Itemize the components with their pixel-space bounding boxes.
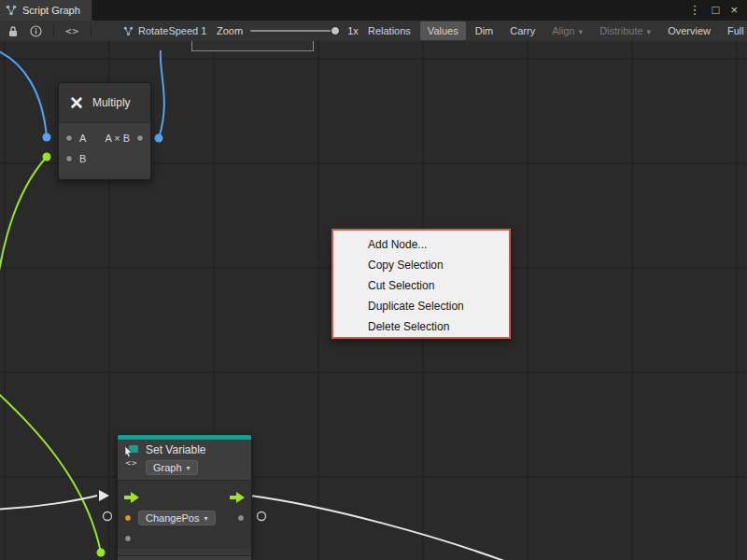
extra-port-row [118, 528, 251, 549]
toolbar-buttons: Relations Values Dim Carry Align▾ Distri… [360, 21, 747, 41]
zoom-slider[interactable] [250, 30, 340, 32]
script-graph-icon [6, 5, 17, 16]
overview-button[interactable]: Overview [660, 21, 718, 40]
window-close-icon[interactable]: × [730, 0, 738, 21]
caret-down-icon: ▾ [187, 464, 190, 472]
relations-button[interactable]: Relations [360, 21, 418, 40]
info-icon[interactable] [30, 25, 42, 37]
input-port-a[interactable] [65, 134, 73, 142]
carry-button[interactable]: Carry [502, 21, 543, 40]
align-button-label: Align [552, 25, 574, 36]
caret-down-icon: ▾ [204, 514, 208, 523]
multiply-node-body: A A × B B [59, 123, 150, 175]
multiply-node-header[interactable]: ✕ Multiply [59, 83, 150, 123]
graph-mini-icon [123, 26, 134, 36]
tab-title: Script Graph [22, 5, 80, 16]
context-menu: Add Node... Copy Selection Cut Selection… [331, 229, 511, 339]
output-port-label: A × B [105, 133, 130, 144]
variable-scope-dropdown[interactable]: Graph ▾ [146, 460, 198, 475]
tab-bar: Script Graph ⋮ □ × [0, 0, 747, 21]
multiply-port-row-b: B [59, 148, 150, 169]
multiply-node[interactable]: ✕ Multiply A A × B B [58, 82, 151, 180]
zoom-slider-knob[interactable] [331, 26, 340, 35]
set-variable-node[interactable]: <> Set Variable Graph ▾ [117, 434, 252, 560]
window-controls: ⋮ □ × [689, 0, 747, 21]
flow-port-row [118, 487, 251, 508]
set-variable-header[interactable]: <> Set Variable Graph ▾ [118, 440, 251, 481]
flow-input-arrow-icon[interactable] [124, 492, 139, 503]
dim-button[interactable]: Dim [468, 21, 501, 40]
input-port-b-label: B [79, 153, 86, 164]
window-maximize-icon[interactable]: □ [712, 0, 720, 21]
zoom-control: Zoom 1x [217, 21, 359, 41]
multiply-node-title: Multiply [92, 96, 131, 109]
multiply-port-row-a: A A × B [59, 128, 150, 148]
align-button[interactable]: Align▾ [544, 21, 590, 41]
multiply-icon: ✕ [69, 94, 84, 112]
set-variable-icon [124, 444, 139, 457]
variable-name-value: ChangePos [146, 512, 200, 524]
context-menu-item-delete-selection[interactable]: Delete Selection [333, 316, 509, 337]
set-variable-text-column: Set Variable Graph ▾ [146, 444, 205, 475]
variable-input-port[interactable] [124, 514, 132, 522]
fullscreen-button[interactable]: Full Screen [720, 21, 747, 40]
output-port[interactable] [136, 134, 144, 142]
code-view-icon[interactable]: <> [65, 25, 79, 37]
toolbar-divider [53, 24, 54, 37]
toolbar-divider [91, 24, 92, 37]
context-menu-item-add-node[interactable]: Add Node... [333, 234, 509, 255]
caret-down-icon: ▾ [579, 27, 584, 36]
set-variable-title: Set Variable [146, 444, 205, 456]
set-variable-icon-column: <> [123, 444, 140, 468]
graph-name-label: RotateSpeed 1 [138, 25, 206, 36]
lock-icon[interactable] [7, 25, 19, 37]
graph-toolbar: <> RotateSpeed 1 Zoom 1x Relations Value… [0, 21, 747, 42]
distribute-button-label: Distribute [599, 25, 642, 36]
graph-canvas[interactable]: ✕ Multiply A A × B B [0, 41, 747, 560]
values-button[interactable]: Values [420, 21, 466, 40]
flow-output-arrow-icon[interactable] [230, 492, 245, 503]
fallback-input-port[interactable] [124, 535, 132, 542]
variable-scope-value: Graph [153, 462, 182, 473]
zoom-value: 1x [347, 25, 359, 36]
distribute-button[interactable]: Distribute▾ [592, 21, 658, 41]
variable-name-row: ChangePos ▾ [118, 508, 251, 528]
partial-node[interactable] [191, 41, 314, 51]
toolbar-left-icons: <> [0, 21, 92, 41]
zoom-label: Zoom [217, 25, 243, 36]
input-port-b[interactable] [65, 155, 73, 162]
graph-breadcrumb[interactable]: RotateSpeed 1 [123, 21, 206, 41]
variable-output-port[interactable] [237, 514, 245, 522]
context-menu-item-duplicate-selection[interactable]: Duplicate Selection [333, 296, 509, 316]
unity-script-graph-window: Script Graph ⋮ □ × <> [0, 0, 747, 560]
tab-script-graph[interactable]: Script Graph [0, 0, 92, 21]
caret-down-icon: ▾ [647, 27, 652, 36]
set-variable-footer [118, 555, 251, 560]
variable-name-dropdown[interactable]: ChangePos ▾ [138, 511, 216, 525]
set-variable-body: ChangePos ▾ [118, 481, 251, 549]
context-menu-item-cut-selection[interactable]: Cut Selection [333, 275, 509, 296]
variable-code-icon: <> [126, 458, 138, 468]
input-port-a-label: A [79, 133, 86, 144]
window-menu-icon[interactable]: ⋮ [689, 0, 701, 21]
context-menu-item-copy-selection[interactable]: Copy Selection [333, 255, 509, 275]
